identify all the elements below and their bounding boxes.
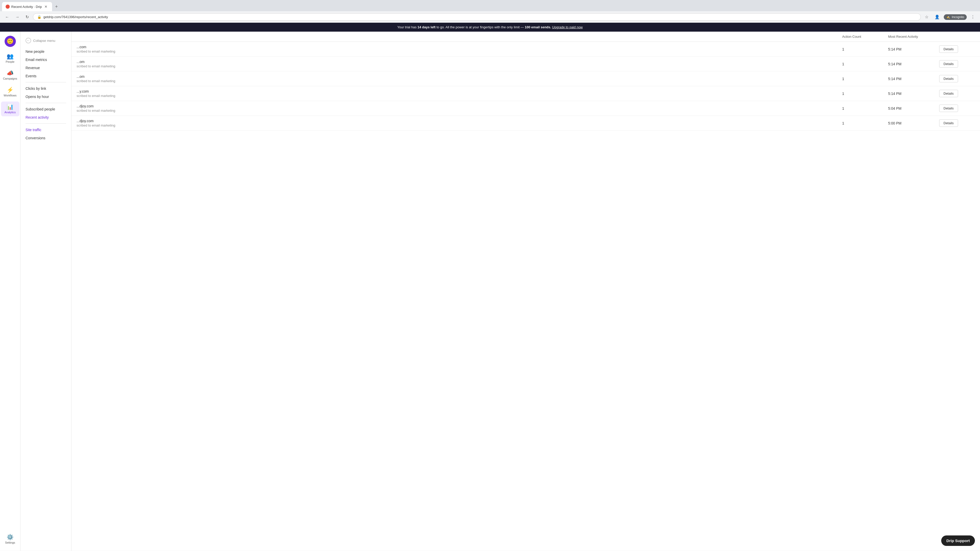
submenu-email-metrics[interactable]: Email metrics [21,56,71,64]
workflows-icon: ⚡ [6,87,14,93]
email-1: ...com [76,45,842,49]
details-button-4[interactable]: Details [939,90,958,97]
action-1: scribed to email marketing [76,49,842,53]
submenu-site-traffic[interactable]: Site traffic [21,126,71,134]
email-3: ...om [76,75,842,79]
submenu-events[interactable]: Events [21,72,71,80]
details-button-2[interactable]: Details [939,60,958,68]
sidebar-item-campaigns[interactable]: 📣 Campaigns [1,68,19,83]
cell-person-2: ...om scribed to email marketing [76,60,842,68]
cell-person-1: ...com scribed to email marketing [76,45,842,53]
drip-logo: 🙂 [5,36,16,47]
header-person [76,35,842,38]
submenu-conversions[interactable]: Conversions [21,134,71,142]
time-3: 5:14 PM [888,77,939,81]
time-1: 5:14 PM [888,47,939,51]
tab-favicon [6,5,10,9]
details-button-5[interactable]: Details [939,105,958,112]
trial-text-middle: to go. All the power is at your fingerti… [436,25,525,29]
settings-icon: ⚙️ [6,534,14,540]
table-row: ...djoy.com scribed to email marketing 1… [72,101,980,116]
table-row: ...om scribed to email marketing 1 5:14 … [72,57,980,71]
submenu-revenue[interactable]: Revenue [21,64,71,72]
submenu-section-2: Clicks by link Opens by hour [21,84,71,101]
collapse-label: Collapse menu [33,39,56,43]
submenu-subscribed-people[interactable]: Subscribed people [21,105,71,113]
action-6: scribed to email marketing [76,124,842,127]
analytics-icon: 📊 [6,104,14,110]
email-5: ...djoy.com [76,104,842,108]
lock-icon: 🔒 [37,15,41,19]
tab-title: Recent Activity · Drip [11,5,42,9]
time-2: 5:14 PM [888,62,939,66]
profile-button[interactable]: 👤 [932,14,942,21]
details-cell-5: Details [939,105,975,112]
sidebar-item-people[interactable]: 👥 People [1,51,19,66]
table-row: ...com scribed to email marketing 1 5:14… [72,42,980,57]
forward-button[interactable]: → [13,14,21,21]
cell-person-5: ...djoy.com scribed to email marketing [76,104,842,113]
refresh-button[interactable]: ↻ [24,14,31,21]
sidebar: 🙂 👥 People 📣 Campaigns ⚡ Workflows 📊 Ana… [0,32,21,551]
new-tab-button[interactable]: + [53,3,60,11]
incognito-label: Incognito [952,15,964,19]
action-3: scribed to email marketing [76,79,842,83]
tab-close-button[interactable]: ✕ [43,4,48,9]
submenu-section-1: New people Email metrics Revenue Events [21,48,71,80]
count-2: 1 [842,62,888,66]
sidebar-label-people: People [6,60,14,63]
main-layout: 🙂 👥 People 📣 Campaigns ⚡ Workflows 📊 Ana… [0,32,980,551]
details-cell-1: Details [939,45,975,53]
drip-support-button[interactable]: Drip Support [941,535,975,546]
content-area: Action Count Most Recent Activity ...com… [72,32,980,551]
app-container: Your trial has 14 days left to go. All t… [0,23,980,551]
collapse-menu-button[interactable]: ← Collapse menu [21,36,71,48]
bookmark-button[interactable]: ☆ [923,14,931,21]
count-1: 1 [842,47,888,51]
header-most-recent: Most Recent Activity [888,35,939,38]
email-4: ...y.com [76,89,842,94]
sidebar-item-settings[interactable]: ⚙️ Settings [1,532,19,547]
address-text: getdrip.com/7641396/reports/recent_activ… [43,15,916,19]
campaigns-icon: 📣 [6,70,14,76]
trial-banner: Your trial has 14 days left to go. All t… [0,23,980,32]
back-button[interactable]: ← [3,14,11,21]
details-cell-4: Details [939,90,975,97]
browser-chrome: Recent Activity · Drip ✕ + ← → ↻ 🔒 getdr… [0,0,980,23]
details-cell-2: Details [939,60,975,68]
header-action-count: Action Count [842,35,888,38]
people-icon: 👥 [6,54,14,59]
submenu-divider-2 [25,103,66,103]
cell-person-6: ...djoy.com scribed to email marketing [76,119,842,127]
nav-actions: ☆ 👤 🕵️ Incognito ⋮ [923,14,977,21]
submenu-divider-1 [25,82,66,83]
address-bar[interactable]: 🔒 getdrip.com/7641396/reports/recent_act… [33,13,921,21]
submenu-opens-by-hour[interactable]: Opens by hour [21,93,71,101]
active-tab[interactable]: Recent Activity · Drip ✕ [2,2,52,11]
details-button-1[interactable]: Details [939,45,958,53]
submenu-panel: ← Collapse menu New people Email metrics… [21,32,72,551]
submenu-recent-activity[interactable]: Recent activity [21,113,71,121]
details-button-6[interactable]: Details [939,119,958,127]
tab-bar: Recent Activity · Drip ✕ + [0,0,980,11]
trial-days: 14 days left [417,25,436,29]
submenu-section-3: Subscribed people Recent activity [21,105,71,121]
menu-button[interactable]: ⋮ [969,14,977,21]
sidebar-label-settings: Settings [5,541,15,544]
sidebar-item-analytics[interactable]: 📊 Analytics [1,102,19,116]
details-button-3[interactable]: Details [939,75,958,83]
time-6: 5:00 PM [888,121,939,125]
upgrade-link[interactable]: Upgrade to paid now [552,25,583,29]
time-4: 5:14 PM [888,92,939,96]
sidebar-label-campaigns: Campaigns [3,77,18,80]
count-6: 1 [842,121,888,125]
cell-person-4: ...y.com scribed to email marketing [76,89,842,98]
time-5: 5:04 PM [888,106,939,110]
submenu-new-people[interactable]: New people [21,48,71,56]
action-4: scribed to email marketing [76,94,842,98]
action-2: scribed to email marketing [76,64,842,68]
sidebar-item-workflows[interactable]: ⚡ Workflows [1,85,19,100]
incognito-icon: 🕵️ [946,15,950,19]
submenu-clicks-by-link[interactable]: Clicks by link [21,84,71,93]
cell-person-3: ...om scribed to email marketing [76,75,842,83]
